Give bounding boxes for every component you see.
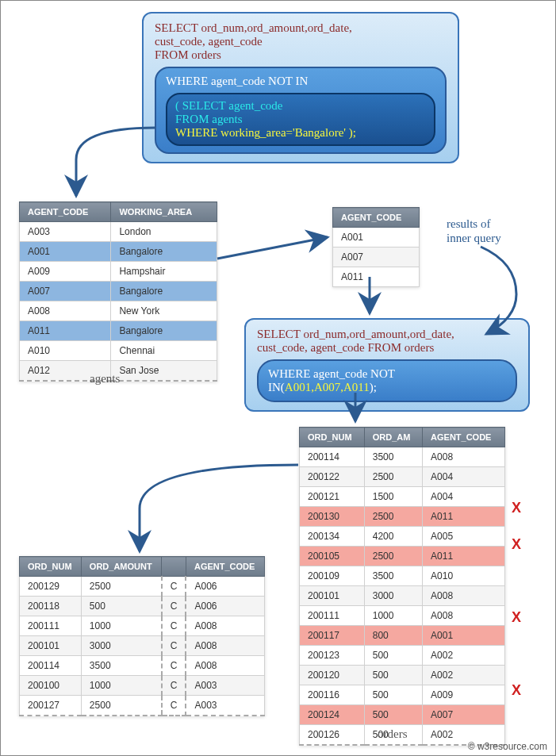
orders-row: 2001143500A008 [300,447,505,467]
final-row: 2001001000CA003 [20,676,265,696]
order-num-cell: 200111 [300,606,365,626]
final-torn-cell: C [162,597,186,616]
final-torn-cell: C [162,577,186,597]
final-torn-cell: C [162,676,186,696]
order-agent-cell: A004 [423,467,505,487]
excluded-x-icon: X [512,500,521,516]
excluded-x-icon: X [512,682,521,699]
final-torn-cell: C [162,636,186,656]
agent-area-cell: London [111,222,217,242]
sql-query2-box: SELECT ord_num,ord_amount,ord_date, cust… [244,318,530,412]
agents-row: A010Chennai [20,341,217,361]
agents-row: A007Bangalore [20,282,217,301]
orders-row: 2001013000A008 [300,586,505,606]
final-amount-cell: 3000 [81,636,161,656]
final-header-amount: ORD_AMOUNT [81,557,161,577]
order-amount-cell: 3500 [364,566,422,586]
sql-inner-where: WHERE working_area='Bangalore' ); [175,126,426,140]
order-agent-cell: A004 [423,487,505,507]
final-agent-cell: A008 [186,656,264,676]
sql2-whereb: A001,A007,A011 [285,381,370,393]
orders-row: 2001302500A011 [300,507,505,527]
orders-row: 200116500A009 [300,685,505,705]
agents-caption: agents [90,372,120,386]
order-agent-cell: A005 [423,527,505,547]
order-num-cell: 200114 [300,447,365,467]
sql-where-mid-box: WHERE agent_code NOT IN ( SELECT agent_c… [155,67,447,154]
agent-code-cell: A001 [20,242,111,262]
order-agent-cell: A011 [423,547,505,566]
excluded-x-icon: X [512,609,521,626]
final-agent-cell: A006 [186,577,264,597]
agent-code-cell: A010 [20,341,111,361]
final-agent-cell: A008 [186,636,264,656]
order-agent-cell: A009 [423,685,505,705]
order-amount-cell: 2500 [364,507,422,527]
order-num-cell: 200126 [300,725,365,746]
inner-result-header: AGENT_CODE [333,208,420,228]
agents-row: A001Bangalore [20,242,217,262]
agent-area-cell: Hampshair [111,262,217,282]
order-amount-cell: 500 [364,705,422,725]
inner-result-row: A011 [333,267,420,287]
orders-row: 200123500A002 [300,646,505,666]
final-row: 2001272500CA003 [20,696,265,716]
order-agent-cell: A001 [423,626,505,646]
excluded-x-icon: X [512,536,521,553]
order-num-cell: 200130 [300,507,365,527]
final-row: 2001111000CA008 [20,616,265,636]
order-amount-cell: 1500 [364,487,422,507]
final-torn-cell: C [162,616,186,636]
sql-inner-subquery-box: ( SELECT agent_code FROM agents WHERE wo… [166,93,435,146]
order-agent-cell: A008 [423,606,505,626]
inner-result-row: A001 [333,228,420,248]
sql2-line2: cust_code, agent_code FROM orders [257,341,517,355]
final-row: 2001143500CA008 [20,656,265,676]
orders-header-amount: ORD_AM [364,428,422,447]
order-num-cell: 200109 [300,566,365,586]
final-agent-cell: A006 [186,597,264,616]
order-amount-cell: 500 [364,666,422,685]
sql-where-line: WHERE agent_code NOT IN [166,75,435,88]
agent-code-cell: A009 [20,262,111,282]
orders-row: 2001111000A008 [300,606,505,626]
final-row: 200118500CA006 [20,597,265,616]
agents-row: A011Bangalore [20,321,217,341]
inner-result-cell: A011 [333,267,420,287]
order-agent-cell: A007 [423,705,505,725]
agent-area-cell: Bangalore [111,321,217,341]
inner-result-table: AGENT_CODE A001A007A011 [332,207,420,287]
sql-select-line1: SELECT ord_num,ord_amount,ord_date, [155,21,447,35]
final-num-cell: 200114 [20,656,82,676]
order-agent-cell: A002 [423,666,505,685]
order-num-cell: 200123 [300,646,365,666]
final-header-torn [162,557,186,577]
order-amount-cell: 500 [364,646,422,666]
final-agent-cell: A003 [186,696,264,716]
orders-header-num: ORD_NUM [300,428,365,447]
orders-row: 200117800A001 [300,626,505,646]
final-num-cell: 200111 [20,616,82,636]
order-amount-cell: 2500 [364,467,422,487]
order-num-cell: 200120 [300,666,365,685]
final-amount-cell: 1000 [81,676,161,696]
orders-table: ORD_NUM ORD_AM AGENT_CODE 2001143500A008… [299,427,505,746]
orders-row: 200120500A002 [300,666,505,685]
sql-query-outer-box: SELECT ord_num,ord_amount,ord_date, cust… [142,12,459,163]
final-amount-cell: 3500 [81,656,161,676]
order-num-cell: 200124 [300,705,365,725]
agents-row: A003London [20,222,217,242]
final-header-agent: AGENT_CODE [186,557,264,577]
final-header-num: ORD_NUM [20,557,82,577]
order-num-cell: 200105 [300,547,365,566]
sql-inner-select: ( SELECT agent_code [175,99,426,113]
final-row: 2001013000CA008 [20,636,265,656]
agents-header-area: WORKING_AREA [111,202,217,222]
agent-code-cell: A003 [20,222,111,242]
orders-row: 2001093500A010 [300,566,505,586]
sql2-line1: SELECT ord_num,ord_amount,ord_date, [257,328,517,341]
final-num-cell: 200100 [20,676,82,696]
final-result-table: ORD_NUM ORD_AMOUNT AGENT_CODE 2001292500… [19,556,265,716]
orders-row: 200124500A007 [300,705,505,725]
agent-area-cell: Bangalore [111,282,217,301]
